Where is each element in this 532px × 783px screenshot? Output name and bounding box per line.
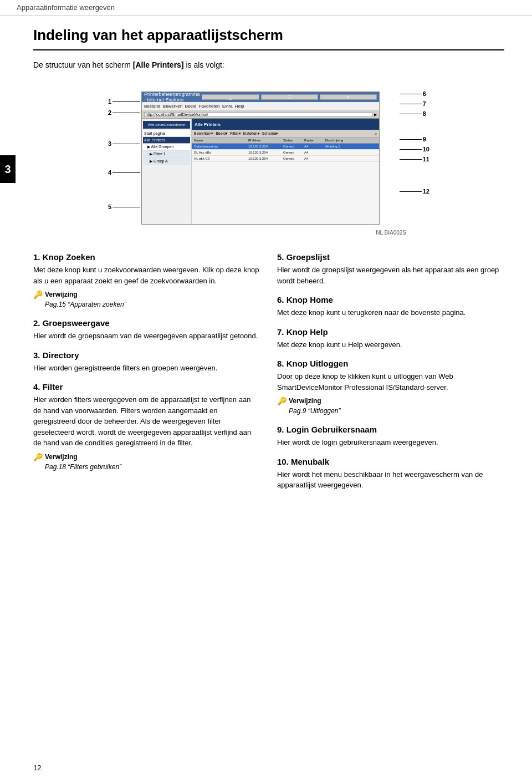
diagram-container: 1 2 3 4 5: [33, 80, 504, 236]
key-icon-8: 🔑: [277, 396, 287, 405]
page-title: Indeling van het apparaatlijstscherm: [33, 27, 504, 50]
breadcrumb: Apparaatinformatie weergeven: [0, 0, 532, 16]
section-6-text: Met deze knop kunt u terugkeren naar de …: [277, 307, 504, 318]
section-9-text: Hier wordt de login gebruikersnaam weerg…: [277, 437, 504, 448]
section-8-title: 8. Knop Uitloggen: [277, 359, 504, 368]
section-4: 4. Filter Hier worden filters weergegeve…: [33, 382, 260, 472]
section-1-text: Met deze knop kunt u zoekvoorwaarden wee…: [33, 265, 260, 286]
page-number: 12: [33, 764, 41, 772]
section-4-note-label: Verwijzing: [45, 453, 78, 461]
callout-12: 12: [423, 188, 429, 195]
section-10: 10. Menubalk Hier wordt het menu beschik…: [277, 457, 504, 491]
section-8-note-ref: Pag.9 “Uitloggen”: [289, 407, 340, 415]
callout-6: 6: [423, 90, 426, 97]
right-column: 5. Groepslijst Hier wordt de groepslijst…: [277, 252, 504, 500]
section-5-text: Hier wordt de groepslijst weergegeven al…: [277, 265, 504, 286]
callout-10: 10: [423, 146, 429, 152]
section-8-text: Door op deze knop te klikken kunt u uitl…: [277, 371, 504, 393]
section-7: 7. Knop Help Met deze knop kunt u Help w…: [277, 327, 504, 350]
section-3-title: 3. Directory: [33, 350, 260, 360]
section-4-title: 4. Filter: [33, 382, 260, 392]
section-6: 6. Knop Home Met deze knop kunt u terugk…: [277, 295, 504, 318]
section-1-note-ref: Pag.15 “Apparaten zoeken”: [45, 301, 126, 308]
section-8-note-label: Verwijzing: [289, 397, 321, 405]
section-6-title: 6. Knop Home: [277, 295, 504, 304]
callout-8: 8: [423, 110, 426, 117]
chapter-number: 3: [4, 163, 11, 176]
section-1-title: 1. Knop Zoeken: [33, 252, 260, 262]
diagram-wrapper: 1 2 3 4 5: [108, 80, 429, 236]
key-icon-1: 🔑: [33, 290, 43, 299]
callout-11: 11: [423, 156, 429, 162]
page-footer: 12: [33, 764, 499, 772]
section-1: 1. Knop Zoeken Met deze knop kunt u zoek…: [33, 252, 260, 309]
callout-3: 3: [108, 140, 111, 147]
breadcrumb-text: Apparaatinformatie weergeven: [17, 3, 115, 12]
section-2: 2. Groepsweergave Hier wordt de groepsna…: [33, 318, 260, 342]
page-subtitle: De structuur van het scherm [Alle Printe…: [33, 60, 504, 69]
key-icon-4: 🔑: [33, 452, 43, 461]
section-3-text: Hier worden geregistreerde filters en gr…: [33, 363, 260, 374]
callout-7: 7: [423, 100, 426, 107]
section-10-title: 10. Menubalk: [277, 457, 504, 466]
callout-2: 2: [108, 109, 111, 116]
section-9-title: 9. Login Gebruikersnaam: [277, 425, 504, 434]
section-7-title: 7. Knop Help: [277, 327, 504, 337]
callout-5: 5: [108, 204, 111, 210]
section-9: 9. Login Gebruikersnaam Hier wordt de lo…: [277, 425, 504, 448]
section-5-title: 5. Groepslijst: [277, 252, 504, 262]
section-4-text: Hier worden filters weergegeven om de ap…: [33, 394, 260, 449]
content-columns: 1. Knop Zoeken Met deze knop kunt u zoek…: [33, 252, 504, 500]
section-4-note-ref: Pag.18 “Filters gebruiken”: [45, 463, 121, 471]
section-4-note: 🔑 Verwijzing Pag.18 “Filters gebruiken”: [33, 452, 260, 472]
callout-4: 4: [108, 169, 111, 176]
section-8: 8. Knop Uitloggen Door op deze knop te k…: [277, 359, 504, 416]
left-column: 1. Knop Zoeken Met deze knop kunt u zoek…: [33, 252, 260, 500]
section-10-text: Hier wordt het menu beschikbaar in het w…: [277, 469, 504, 491]
callout-1: 1: [108, 98, 111, 105]
section-3: 3. Directory Hier worden geregistreerde …: [33, 350, 260, 374]
screenshot: Printerbeheerprogramma - Internet Explor…: [141, 91, 380, 225]
section-1-note: 🔑 Verwijzing Pag.15 “Apparaten zoeken”: [33, 289, 260, 309]
chapter-tab: 3: [0, 155, 16, 183]
section-2-text: Hier wordt de groepsnaam van de weergege…: [33, 331, 260, 342]
nl-label: NL BIA002S: [376, 230, 406, 236]
section-1-note-label: Verwijzing: [45, 291, 78, 298]
section-8-note: 🔑 Verwijzing Pag.9 “Uitloggen”: [277, 396, 504, 416]
callout-9: 9: [423, 136, 426, 143]
section-2-title: 2. Groepsweergave: [33, 318, 260, 328]
section-7-text: Met deze knop kunt u Help weergeven.: [277, 339, 504, 350]
section-5: 5. Groepslijst Hier wordt de groepslijst…: [277, 252, 504, 286]
